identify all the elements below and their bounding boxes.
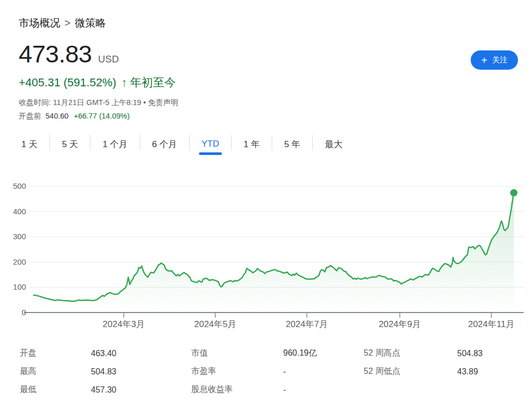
stat-label: 最高 — [20, 366, 91, 377]
stat-label: 52 周低点 — [364, 366, 457, 377]
stat-value: 504.83 — [457, 349, 483, 358]
premarket-price: 540.60 — [46, 112, 69, 120]
x-axis-tick-label: 2024年11月 — [468, 319, 514, 329]
stat-value: 504.83 — [91, 367, 116, 376]
stat-52w-high: 52 周高点 504.83 — [364, 344, 520, 362]
y-axis-tick-label: 100 — [13, 282, 26, 291]
tab-1y[interactable]: 1 年 — [232, 133, 272, 155]
tab-6m[interactable]: 6 个月 — [140, 133, 189, 155]
stat-market-cap: 市值 960.19亿 — [191, 344, 364, 362]
x-axis-tick-label: 2024年5月 — [194, 319, 236, 329]
follow-button[interactable]: + 关注 — [471, 50, 518, 70]
y-axis-tick-label: 400 — [13, 207, 26, 216]
y-axis-tick-label: 500 — [13, 181, 26, 190]
stat-pe-ratio: 市盈率 - — [191, 362, 364, 381]
stat-label: 52 周高点 — [364, 348, 457, 359]
y-axis-tick-label: 0 — [22, 308, 26, 317]
stat-value: 43.89 — [457, 367, 478, 376]
stat-label: 股息收益率 — [191, 384, 283, 395]
breadcrumb: 市场概况>微策略 — [19, 16, 106, 30]
stock-page: 市场概况>微策略 + 关注 473.83 USD +405.31 (591.52… — [0, 0, 532, 403]
breadcrumb-separator: > — [64, 17, 71, 29]
stat-open: 开盘 463.40 — [20, 344, 191, 362]
premarket-label: 开盘前 — [19, 112, 42, 120]
stat-value: 457.30 — [91, 385, 116, 395]
stat-value: - — [283, 367, 286, 376]
stat-dividend-yield: 股息收益率 - — [191, 381, 364, 399]
stat-label: 最低 — [20, 384, 91, 395]
stat-value: - — [283, 385, 286, 395]
selected-tab-underline — [199, 152, 222, 155]
x-axis-tick-label: 2024年7月 — [286, 319, 328, 329]
stat-value: 463.40 — [91, 349, 116, 358]
tab-ytd-label: YTD — [202, 139, 219, 149]
up-arrow-icon: ↑ — [122, 76, 127, 89]
plus-icon: + — [481, 55, 487, 66]
tab-max[interactable]: 最大 — [313, 133, 354, 155]
tab-5y[interactable]: 5 年 — [272, 133, 312, 155]
stat-empty — [364, 381, 520, 399]
stat-label: 市值 — [191, 348, 283, 359]
latest-price-dot — [510, 189, 517, 197]
stats-column-1: 开盘 463.40 最高 504.83 最低 457.30 — [20, 344, 191, 399]
change-amount: +405.31 (591.52%) — [19, 76, 116, 89]
breadcrumb-current-stock: 微策略 — [75, 17, 106, 29]
y-axis-tick-label: 300 — [13, 232, 26, 241]
breadcrumb-market-overview-link[interactable]: 市场概况 — [19, 17, 60, 29]
price-chart[interactable]: 01002003004005002024年3月2024年5月2024年7月202… — [0, 174, 532, 330]
x-axis-tick-label: 2024年3月 — [103, 319, 145, 329]
stat-low: 最低 457.30 — [20, 381, 191, 399]
tab-1d[interactable]: 1 天 — [19, 133, 49, 155]
stats-table: 开盘 463.40 最高 504.83 最低 457.30 市值 960.19亿… — [20, 344, 522, 399]
change-period-label: 年初至今 — [130, 75, 176, 90]
stat-label: 开盘 — [20, 348, 91, 359]
premarket-row: 开盘前 540.60 +66.77 (14.09%) — [19, 111, 130, 121]
price-row: 473.83 USD — [19, 42, 119, 66]
current-price: 473.83 — [19, 42, 92, 66]
y-axis-tick-label: 200 — [13, 257, 26, 266]
price-chart-svg[interactable]: 01002003004005002024年3月2024年5月2024年7月202… — [0, 174, 532, 330]
currency-label: USD — [98, 54, 119, 65]
close-time-disclaimer: 收盘时间: 11月21日 GMT-5 上午8:19 • 免责声明 — [19, 98, 178, 108]
stat-label: 市盈率 — [191, 366, 283, 377]
time-range-tabs: 1 天 5 天 1 个月 6 个月 YTD 1 年 5 年 最大 — [19, 133, 354, 155]
stat-high: 最高 504.83 — [20, 362, 191, 381]
tab-ytd[interactable]: YTD — [190, 133, 231, 155]
stats-column-3: 52 周高点 504.83 52 周低点 43.89 — [364, 344, 520, 399]
follow-button-label: 关注 — [492, 55, 508, 65]
price-change: +405.31 (591.52%) ↑ 年初至今 — [19, 75, 176, 90]
premarket-change: +66.77 (14.09%) — [74, 112, 130, 120]
tab-1m[interactable]: 1 个月 — [90, 133, 139, 155]
stats-column-2: 市值 960.19亿 市盈率 - 股息收益率 - — [191, 344, 364, 399]
x-axis-tick-label: 2024年9月 — [379, 319, 421, 329]
stat-value: 960.19亿 — [283, 348, 317, 359]
tab-5d[interactable]: 5 天 — [50, 133, 90, 155]
stat-52w-low: 52 周低点 43.89 — [364, 362, 520, 381]
